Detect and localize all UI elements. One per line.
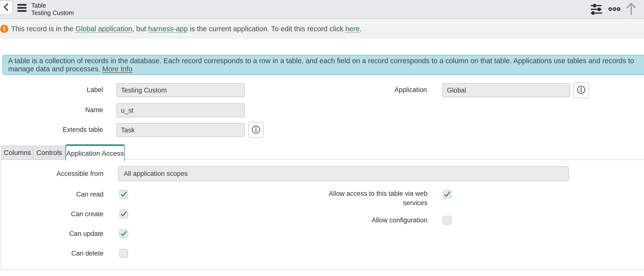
- scroll-to-top-button[interactable]: [626, 2, 636, 16]
- web-service-access-checkbox[interactable]: [443, 190, 452, 199]
- edit-here-link[interactable]: here: [346, 25, 360, 33]
- info-circle-icon: [577, 85, 586, 95]
- more-options-button[interactable]: [608, 7, 620, 12]
- scope-warning-banner: ! This record is in the Global applicati…: [0, 19, 644, 39]
- can-delete-checkbox[interactable]: [119, 249, 128, 258]
- record-type: Table: [31, 2, 74, 9]
- warning-text-4: .: [360, 25, 362, 33]
- extends-table-field-input[interactable]: Task: [116, 123, 245, 137]
- warning-exclamation-icon: !: [0, 25, 8, 33]
- can-update-label: Can update: [0, 229, 104, 238]
- table-info-text: A table is a collection of records in th…: [8, 57, 640, 73]
- warning-text-2: , but: [132, 25, 148, 33]
- tab-application-access[interactable]: Application Access: [66, 144, 125, 161]
- page-title: Table Testing Custom: [31, 2, 74, 16]
- accessible-from-select[interactable]: All application scopes: [118, 166, 569, 181]
- three-dots-icon: [608, 8, 620, 12]
- application-info-button[interactable]: [574, 82, 589, 98]
- can-create-checkbox[interactable]: [119, 210, 128, 218]
- can-read-label: Can read: [0, 190, 104, 199]
- web-service-access-label: Allow access to this table via web servi…: [319, 189, 428, 208]
- table-info-banner: A table is a collection of records in th…: [2, 55, 644, 75]
- allow-configuration-label: Allow configuration: [321, 216, 428, 225]
- warning-text-1: This record is in the: [11, 25, 76, 33]
- current-application-link[interactable]: harness-app: [148, 25, 188, 33]
- sliders-icon: [590, 12, 602, 16]
- scope-warning-text: This record is in the Global application…: [11, 25, 362, 33]
- hamburger-menu-icon[interactable]: [17, 4, 26, 12]
- label-field-input[interactable]: Testing Custom: [116, 83, 245, 97]
- can-delete-label: Can delete: [0, 249, 104, 258]
- header-bar: Table Testing Custom: [0, 0, 644, 19]
- warning-text-3: is the current application. To edit this…: [188, 25, 345, 33]
- checkmark-icon: [120, 191, 127, 198]
- name-field-input[interactable]: u_st: [116, 103, 245, 117]
- chevron-left-icon: [3, 3, 9, 12]
- application-field-label: Application: [320, 83, 427, 97]
- checkmark-icon: [444, 191, 450, 198]
- global-application-link[interactable]: Global application: [76, 25, 132, 33]
- application-access-panel: Accessible from All application scopes C…: [0, 159, 644, 270]
- extends-table-field-label: Extends table: [0, 123, 103, 137]
- table-record-page: Table Testing Custom: [0, 0, 644, 276]
- back-button[interactable]: [0, 0, 13, 15]
- tab-columns[interactable]: Columns: [1, 146, 34, 159]
- extends-table-info-button[interactable]: [248, 122, 264, 138]
- allow-configuration-checkbox[interactable]: [443, 216, 452, 225]
- accessible-from-label: Accessible from: [0, 166, 104, 181]
- more-info-link[interactable]: More Info: [102, 65, 132, 73]
- personalize-form-button[interactable]: [590, 3, 602, 16]
- record-name: Testing Custom: [31, 9, 74, 16]
- info-circle-icon: [252, 125, 260, 135]
- arrow-up-icon: [626, 12, 636, 16]
- tab-controls[interactable]: Controls: [33, 146, 66, 159]
- label-field-label: Label: [0, 83, 103, 97]
- checkmark-icon: [120, 230, 127, 237]
- name-field-label: Name: [0, 103, 103, 117]
- can-create-label: Can create: [0, 210, 104, 218]
- application-field-input[interactable]: Global: [442, 83, 570, 97]
- checkmark-icon: [120, 211, 127, 217]
- can-read-checkbox[interactable]: [119, 190, 128, 199]
- can-update-checkbox[interactable]: [119, 229, 128, 238]
